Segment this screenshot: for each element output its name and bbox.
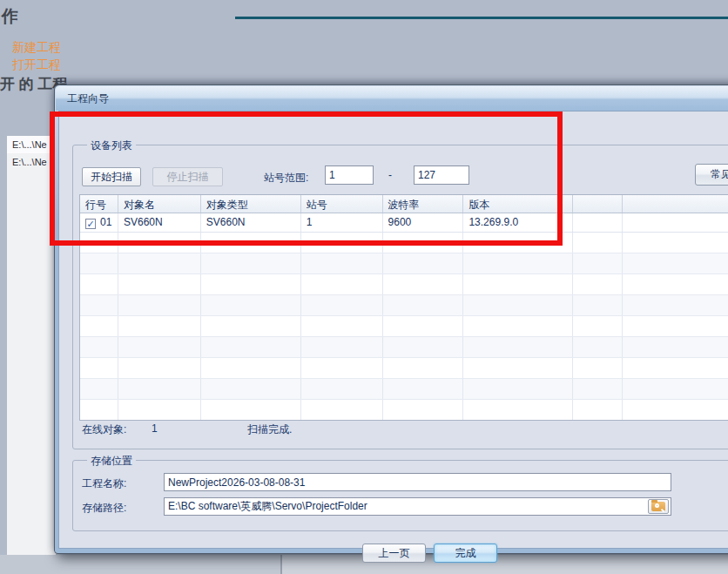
device-table: 行号对象名对象类型站号波特率版本 ✓01SV660NSV660N1960013.… [79,194,728,421]
column-header: 对象名 [118,195,201,213]
recent-project-item[interactable]: E:\...\Ne [7,153,56,171]
column-header: 行号 [80,195,118,213]
background-bottom-right [282,555,728,574]
storage-location-group: 存储位置 [72,460,728,531]
teal-divider-line [235,17,728,19]
dialog-titlebar[interactable]: 工程向导 [56,86,728,111]
device-list-group-label: 设备列表 [87,138,136,153]
device-table-row[interactable]: ✓01SV660NSV660N1960013.269.9.0 [80,213,728,233]
device-table-empty-row [80,400,728,421]
station-to-input[interactable] [414,165,469,185]
new-project-link[interactable]: 新建工程 [12,40,61,56]
browse-path-button[interactable] [648,499,669,514]
column-header: 站号 [301,195,383,213]
dialog-content: 设备列表 开始扫描 停止扫描 站号范围: - 常见问 行号对象名对象类型站号波特… [58,111,728,549]
column-header: 对象类型 [201,195,301,213]
column-header [573,195,623,213]
background-heading-partial: 作 [2,5,18,28]
recent-project-item[interactable]: E:\...\Ne [7,136,56,153]
device-table-empty-row [80,379,728,400]
start-scan-button[interactable]: 开始扫描 [82,167,141,186]
storage-path-label: 存储路径: [82,501,126,516]
station-from-input[interactable] [325,165,374,185]
device-table-empty-row [80,358,728,379]
column-header: 波特率 [383,195,464,213]
storage-location-group-label: 存储位置 [87,454,136,469]
stop-scan-button[interactable]: 停止扫描 [152,167,223,186]
column-header: 版本 [463,195,573,213]
project-wizard-dialog: 工程向导 设备列表 开始扫描 停止扫描 站号范围: - 常见问 行号对象名对象类… [54,84,728,554]
row-checkbox[interactable]: ✓ [85,219,96,229]
online-objects-count: 1 [152,422,158,435]
storage-path-input[interactable] [164,497,671,516]
previous-page-button[interactable]: 上一页 [362,544,426,563]
device-table-empty-row [80,274,728,295]
device-table-empty-row [80,316,728,337]
station-range-label: 站号范围: [264,171,308,186]
finish-button[interactable]: 完成 [434,544,497,563]
recent-projects-panel: E:\...\Ne E:\...\Ne [7,136,56,555]
device-table-header: 行号对象名对象类型站号波特率版本 [80,195,728,213]
faq-button[interactable]: 常见问 [695,164,728,186]
project-name-input[interactable] [164,473,671,491]
open-project-link[interactable]: 打开工程 [12,57,61,73]
online-objects-label: 在线对象: [82,422,126,437]
background-bottom-left [0,555,280,574]
screen: 作 新建工程 打开工程 开 的 工程 E:\...\Ne E:\...\Ne 工… [0,0,728,574]
scan-status-text: 扫描完成. [247,422,292,437]
device-table-empty-row [80,337,728,358]
device-table-empty-row [80,233,728,253]
dialog-title: 工程向导 [67,92,109,105]
column-header [623,195,728,213]
device-table-empty-row [80,295,728,316]
folder-search-icon [651,502,665,511]
project-name-label: 工程名称: [82,476,126,491]
device-table-body: ✓01SV660NSV660N1960013.269.9.0 [80,213,728,421]
device-table-empty-row [80,253,728,274]
range-dash: - [388,169,392,181]
